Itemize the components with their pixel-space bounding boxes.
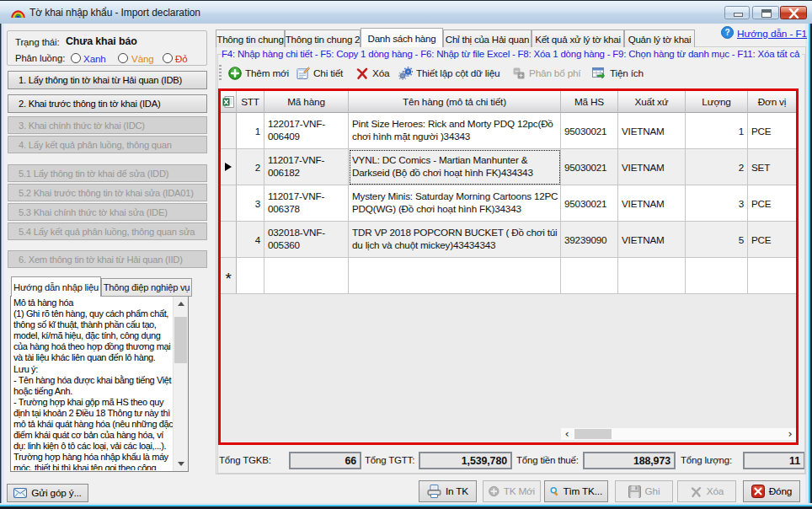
cell-ma-hang[interactable]: 112017-VNF-006182: [264, 149, 349, 185]
cell-empty[interactable]: [349, 258, 561, 294]
sidebar-button-idc[interactable]: 3. Khai chính thức tờ khai (IDC): [8, 116, 207, 134]
sidebar-button-ida01[interactable]: 5.2 Khai trước thông tin tờ khai sửa (ID…: [8, 184, 207, 201]
scroll-left-icon[interactable]: ‹: [561, 428, 573, 440]
sidebar-button-ida[interactable]: 2. Khai trước thông tin tờ khai (IDA): [8, 94, 207, 113]
cell-ten-hang[interactable]: Pint Size Heroes: Rick and Morty PDQ 12p…: [349, 113, 561, 149]
row-header-selected[interactable]: [221, 149, 237, 185]
cell-ma-hang[interactable]: 112017-VNF-006378: [264, 185, 349, 222]
col-header-don-vi[interactable]: Đơn vị: [748, 91, 796, 113]
table-row[interactable]: 4 032018-VNF-005360 TDR VP 2018 POPCORN …: [221, 222, 796, 258]
row-header[interactable]: [221, 113, 237, 149]
help-link[interactable]: Hướng dẫn - F1: [737, 28, 807, 40]
scroll-right-icon[interactable]: ›: [784, 428, 796, 440]
cell-ma-hs[interactable]: 95030021: [561, 185, 618, 222]
grid-corner-cell[interactable]: [221, 91, 237, 113]
table-row[interactable]: 3 112017-VNF-006378 Mystery Minis: Satur…: [221, 185, 796, 222]
cell-empty[interactable]: [264, 258, 349, 294]
sidebar-button-result-sua[interactable]: 5.4 Lấy kết quả phân luồng, thông quan s…: [8, 222, 207, 240]
sidebar-button-idb[interactable]: 1. Lấy thông tin tờ khai từ Hải quan (ID…: [8, 71, 207, 89]
col-header-ma-hang[interactable]: Mã hàng: [264, 91, 349, 113]
cell-stt[interactable]: 2: [237, 149, 264, 185]
guide-scrollbar[interactable]: [173, 297, 188, 471]
cell-don-vi[interactable]: PCE: [748, 222, 796, 258]
radio-xanh[interactable]: [71, 53, 81, 63]
print-button[interactable]: In TK: [419, 480, 477, 502]
cell-ten-hang[interactable]: TDR VP 2018 POPCORN BUCKET ( Đồ chơi túi…: [349, 222, 561, 258]
toolbar-chi-tiet[interactable]: Chi tiết: [296, 62, 343, 84]
close-button[interactable]: [780, 6, 807, 19]
col-header-stt[interactable]: STT: [237, 91, 264, 113]
tab-thong-tin-chung[interactable]: Thông tin chung: [216, 29, 285, 47]
toolbar-phan-bo-phi[interactable]: Phân bổ phí: [512, 62, 580, 84]
toolbar-item-label: Chi tiết: [313, 67, 343, 79]
cell-empty[interactable]: [561, 258, 618, 294]
row-header-new[interactable]: *: [221, 258, 237, 294]
scroll-down-icon[interactable]: [174, 457, 188, 471]
tab-thong-tin-chung-2[interactable]: Thông tin chung 2: [285, 29, 361, 47]
col-header-ma-hs[interactable]: Mã HS: [561, 91, 618, 113]
cell-empty[interactable]: [748, 258, 796, 294]
sidebar-button-ide[interactable]: 5.3 Khai chính thức tờ khai sửa (IDE): [8, 203, 207, 221]
tab-thong-diep-nghiep-vu[interactable]: Thông điệp nghiệp vụ: [101, 278, 192, 297]
cell-ten-hang-focused[interactable]: VYNL: DC Comics - Martian Manhunter & Da…: [349, 149, 561, 185]
tab-danh-sach-hang[interactable]: Danh sách hàng: [361, 28, 443, 47]
cell-stt[interactable]: 3: [237, 185, 264, 222]
toolbar-them-moi[interactable]: Thêm mới: [228, 62, 289, 84]
cell-empty[interactable]: [618, 258, 686, 294]
close-window-button[interactable]: Đóng: [743, 480, 800, 502]
tab-quan-ly-to-khai[interactable]: Quản lý tờ khai: [624, 29, 695, 47]
table-row[interactable]: 1 122017-VNF-006409 Pint Size Heroes: Ri…: [221, 113, 796, 149]
cell-luong[interactable]: 5: [686, 222, 748, 258]
table-row-new[interactable]: *: [221, 258, 796, 294]
cell-empty[interactable]: [237, 258, 264, 294]
cell-ma-hs[interactable]: 39239090: [561, 222, 618, 258]
cell-luong[interactable]: 3: [686, 185, 748, 222]
sidebar-button-idd[interactable]: 5.1 Lấy thông tin tờ khai để sửa (IDD): [8, 164, 207, 182]
cell-xuat-xu[interactable]: VIETNAM: [618, 149, 686, 185]
grid-hscrollbar-thumb[interactable]: [574, 429, 612, 439]
guide-scrollbar-thumb[interactable]: [174, 317, 187, 363]
feedback-button[interactable]: Gửi góp ý...: [7, 484, 88, 502]
new-declaration-button[interactable]: TK Mới: [483, 480, 541, 502]
cell-don-vi[interactable]: PCE: [748, 185, 796, 222]
radio-vang[interactable]: [118, 53, 128, 63]
cell-ma-hang[interactable]: 032018-VNF-005360: [264, 222, 349, 258]
tab-ket-qua-xu-ly[interactable]: Kết quả xử lý tờ khai: [532, 29, 624, 47]
delete-button[interactable]: Xóa: [677, 480, 736, 502]
toolbar-tien-ich[interactable]: Tiện ích: [592, 62, 644, 84]
cell-ten-hang[interactable]: Mystery Minis: Saturday Morning Cartoons…: [349, 185, 561, 222]
scroll-up-icon[interactable]: [174, 297, 188, 311]
col-header-luong[interactable]: Lượng: [686, 91, 748, 113]
row-header[interactable]: [221, 222, 237, 258]
save-button[interactable]: Ghi: [615, 480, 673, 502]
cell-xuat-xu[interactable]: VIETNAM: [618, 113, 686, 149]
cell-don-vi[interactable]: SET: [748, 149, 796, 185]
cell-empty[interactable]: [686, 258, 748, 294]
grid-hscrollbar[interactable]: ‹ ›: [561, 428, 796, 440]
cell-xuat-xu[interactable]: VIETNAM: [618, 185, 686, 222]
cell-ma-hs[interactable]: 95030021: [561, 149, 618, 185]
row-header[interactable]: [221, 185, 237, 222]
maximize-button[interactable]: [752, 6, 779, 19]
cell-luong[interactable]: 1: [686, 113, 748, 149]
col-header-ten-hang[interactable]: Tên hàng (mô tả chi tiết): [349, 91, 561, 113]
minimize-button[interactable]: [724, 6, 750, 19]
guide-textarea[interactable]: Mô tả hàng hóa (1) Ghi rõ tên hàng, quy …: [10, 296, 189, 472]
cell-ma-hs[interactable]: 95030021: [561, 113, 618, 149]
toolbar-xoa[interactable]: Xóa: [355, 62, 389, 84]
radio-do[interactable]: [163, 53, 173, 63]
cell-xuat-xu[interactable]: VIETNAM: [618, 222, 686, 258]
sidebar-button-iid[interactable]: 6. Xem thông tin tờ khai từ Hải quan (II…: [8, 250, 207, 268]
table-row-selected[interactable]: 2 112017-VNF-006182 VYNL: DC Comics - Ma…: [221, 149, 796, 185]
cell-ma-hang[interactable]: 122017-VNF-006409: [264, 113, 349, 149]
toolbar-thiet-lap-cot[interactable]: Thiết lập cột dữ liệu: [398, 62, 499, 84]
tab-huong-dan-nhap-lieu[interactable]: Hướng dẫn nhập liệu: [11, 276, 101, 297]
find-declaration-button[interactable]: Tìm TK...: [544, 480, 608, 502]
cell-don-vi[interactable]: PCE: [748, 113, 796, 149]
cell-luong[interactable]: 2: [686, 149, 748, 185]
sidebar-button-result[interactable]: 4. Lấy kết quả phân luồng, thông quan: [8, 136, 207, 153]
cell-stt[interactable]: 1: [237, 113, 264, 149]
cell-stt[interactable]: 4: [237, 222, 264, 258]
col-header-xuat-xu[interactable]: Xuất xứ: [618, 91, 686, 113]
tab-chi-thi-hai-quan[interactable]: Chỉ thị của Hải quan: [443, 29, 532, 47]
